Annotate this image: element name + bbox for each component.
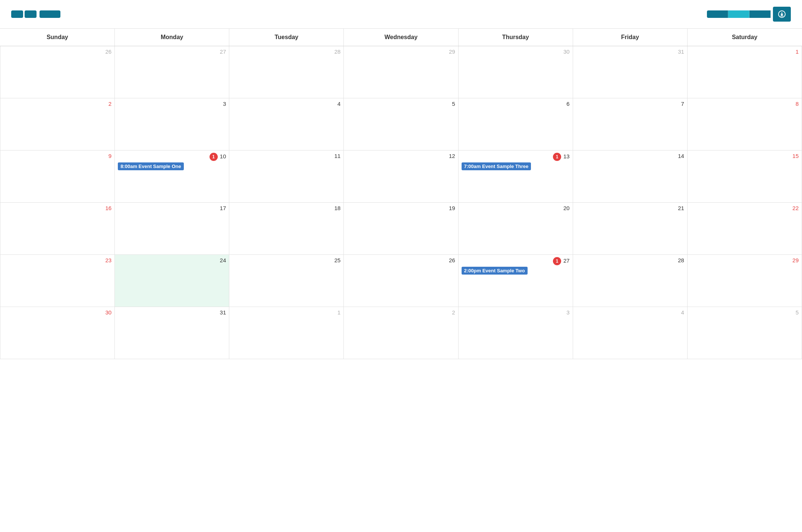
cell-day-number: 26 (449, 257, 455, 263)
month-view-button[interactable] (728, 10, 749, 18)
calendar-cell[interactable]: 4 (573, 307, 687, 359)
cell-top: 4 (232, 101, 340, 108)
cell-day-number: 23 (105, 257, 111, 263)
cell-day-number: 13 (563, 153, 570, 159)
download-icon (778, 10, 786, 18)
cell-top: 6 (462, 101, 570, 108)
day-header-monday: Monday (115, 29, 229, 46)
cell-day-number: 18 (334, 205, 341, 211)
event-count-badge: 1 (553, 257, 561, 265)
event-item[interactable]: 7:00am Event Sample Three (462, 162, 531, 170)
cell-day-number: 7 (681, 101, 684, 107)
calendar-cell[interactable]: 24 (115, 255, 229, 307)
cell-top: 31 (576, 48, 684, 56)
calendar-cell[interactable]: 26 (0, 46, 115, 98)
download-button[interactable] (773, 7, 791, 22)
calendar-cell[interactable]: 12 (344, 151, 458, 203)
year-view-button[interactable] (707, 10, 728, 18)
calendar-cell[interactable]: 6 (458, 98, 573, 151)
cell-top: 29 (691, 257, 799, 265)
calendar-cell[interactable]: 11 (229, 151, 344, 203)
cell-top: 27 (118, 48, 226, 56)
week-view-button[interactable] (749, 10, 771, 18)
event-count-badge: 1 (553, 153, 561, 161)
prev-button[interactable] (11, 10, 23, 18)
calendar-cell[interactable]: 26 (344, 255, 458, 307)
event-count-badge: 1 (210, 153, 218, 161)
calendar-cell[interactable]: 27 (115, 46, 229, 98)
calendar-week-4: 232425261272:00pm Event Sample Two2829 (0, 255, 802, 307)
today-button[interactable] (40, 10, 60, 18)
calendar-cell[interactable]: 23 (0, 255, 115, 307)
calendar-cell[interactable]: 4 (229, 98, 344, 151)
calendar-cell[interactable]: 25 (229, 255, 344, 307)
cell-top: 16 (3, 205, 111, 213)
calendar-cell[interactable]: 22 (687, 203, 802, 255)
cell-top: 26 (3, 48, 111, 56)
calendar-cell[interactable]: 19 (344, 203, 458, 255)
event-item[interactable]: 8:00am Event Sample One (118, 162, 184, 170)
calendar-cell[interactable]: 29 (687, 255, 802, 307)
calendar-cell[interactable]: 1 (229, 307, 344, 359)
cell-day-number: 5 (452, 101, 455, 107)
cell-top: 17 (118, 205, 226, 213)
cell-top: 29 (347, 48, 455, 56)
calendar-cell[interactable]: 1108:00am Event Sample One (115, 151, 229, 203)
calendar-week-1: 2345678 (0, 98, 802, 151)
day-header-wednesday: Wednesday (344, 29, 458, 46)
cell-top: 22 (691, 205, 799, 213)
cell-top: 28 (232, 48, 340, 56)
calendar-cell[interactable]: 15 (687, 151, 802, 203)
calendar-cell[interactable]: 9 (0, 151, 115, 203)
cell-top: 26 (347, 257, 455, 265)
event-item[interactable]: 2:00pm Event Sample Two (462, 267, 528, 275)
calendar-cell[interactable]: 3 (115, 98, 229, 151)
cell-day-number: 24 (220, 257, 226, 263)
cell-day-number: 29 (449, 48, 455, 55)
calendar-cell[interactable]: 1 (687, 46, 802, 98)
calendar-cell[interactable]: 5 (687, 307, 802, 359)
cell-day-number: 11 (334, 153, 341, 159)
cell-day-number: 29 (792, 257, 799, 263)
cell-top: 8 (691, 101, 799, 108)
calendar-cell[interactable]: 5 (344, 98, 458, 151)
cell-day-number: 14 (678, 153, 684, 159)
calendar-cell[interactable]: 18 (229, 203, 344, 255)
calendar-cell[interactable]: 28 (229, 46, 344, 98)
cell-top: 2 (347, 309, 455, 317)
cell-top: 3 (462, 309, 570, 317)
calendar-cell[interactable]: 2 (0, 98, 115, 151)
calendar-cell[interactable]: 30 (0, 307, 115, 359)
calendar-cell[interactable]: 29 (344, 46, 458, 98)
day-header-saturday: Saturday (687, 29, 802, 46)
cell-day-number: 2 (108, 101, 111, 107)
calendar-cell[interactable]: 3 (458, 307, 573, 359)
cell-day-number: 27 (563, 257, 570, 264)
cell-top: 19 (347, 205, 455, 213)
calendar-cell[interactable]: 17 (115, 203, 229, 255)
calendar-cell[interactable]: 14 (573, 151, 687, 203)
cell-top: 11 (232, 153, 340, 161)
calendar-cell[interactable]: 20 (458, 203, 573, 255)
cell-day-number: 31 (220, 309, 226, 316)
calendar-cell[interactable]: 31 (115, 307, 229, 359)
cell-day-number: 8 (796, 101, 799, 107)
calendar-cell[interactable]: 16 (0, 203, 115, 255)
cell-day-number: 21 (678, 205, 684, 211)
calendar-cell[interactable]: 30 (458, 46, 573, 98)
calendar-cell[interactable]: 1137:00am Event Sample Three (458, 151, 573, 203)
calendar-cell[interactable]: 28 (573, 255, 687, 307)
calendar-cell[interactable]: 8 (687, 98, 802, 151)
cell-day-number: 28 (678, 257, 684, 263)
cell-day-number: 20 (563, 205, 570, 211)
calendar-cell[interactable]: 2 (344, 307, 458, 359)
cell-top: 23 (3, 257, 111, 265)
calendar-cell[interactable]: 1272:00pm Event Sample Two (458, 255, 573, 307)
calendar-cell[interactable]: 21 (573, 203, 687, 255)
next-button[interactable] (25, 10, 37, 18)
calendar-cell[interactable]: 7 (573, 98, 687, 151)
cell-day-number: 4 (337, 101, 340, 107)
calendar-cell[interactable]: 31 (573, 46, 687, 98)
top-bar (0, 0, 802, 29)
cell-day-number: 9 (108, 153, 111, 159)
